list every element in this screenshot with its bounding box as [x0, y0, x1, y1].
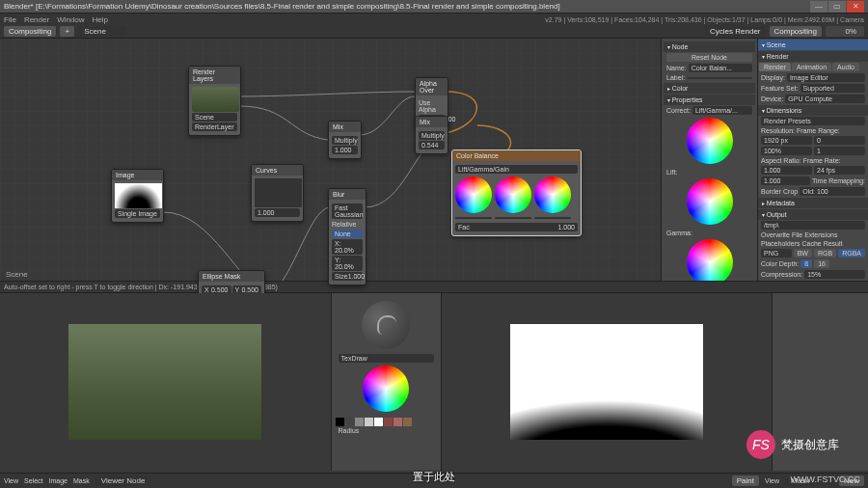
fileext-checkbox[interactable]: File Extensions [792, 231, 837, 238]
node-header: Image [112, 170, 163, 180]
brush-name[interactable]: TexDraw [339, 354, 434, 363]
watermark: FS 梵摄创意库 [746, 430, 839, 459]
paint-tools-panel: TexDraw Radius [331, 293, 442, 471]
panel-properties[interactable]: Properties [664, 95, 755, 105]
info-bar: File Render Window Help v2.79 | Verts:10… [0, 14, 868, 25]
menu-view[interactable]: View [4, 477, 18, 484]
render-engine-dropdown[interactable]: Cycles Render [705, 26, 765, 37]
panel-scene[interactable]: Scene [758, 40, 868, 50]
menu-select[interactable]: Select [24, 477, 42, 484]
aspect-x[interactable]: 1.000 [761, 166, 812, 175]
curve-widget[interactable] [255, 178, 302, 207]
device-field[interactable]: GPU Compute [785, 95, 865, 103]
format-field[interactable]: PNG [761, 249, 792, 258]
layout-dropdown[interactable]: Compositing [4, 26, 56, 37]
res-x[interactable]: 1920 px [761, 136, 812, 145]
image-editor-right[interactable] [442, 293, 773, 471]
gamma-colorwheel[interactable] [495, 176, 531, 220]
menu-file[interactable]: File [4, 15, 16, 24]
aspect-y[interactable]: 1.000 [761, 176, 810, 185]
node-header: Mix [329, 122, 361, 132]
panel-node[interactable]: Node [664, 41, 755, 52]
node-color-balance[interactable]: Color Balance Lift/Gamma/Gain Fac1.000 [451, 149, 582, 236]
reset-node-button[interactable]: Reset Node [666, 53, 752, 62]
node-editor-header: Compositing + Scene Cycles Render Compos… [0, 25, 868, 39]
scene-label: Scene [6, 270, 28, 279]
render-presets[interactable]: Render Presets [761, 117, 865, 125]
radius-label: Radius [339, 427, 360, 434]
brush-preview [362, 301, 410, 349]
window-title: Blender* [E:\Formations\Formation Udemy\… [4, 2, 809, 11]
tab-audio[interactable]: Audio [832, 63, 859, 71]
image-name-field[interactable]: Viewer Node [95, 475, 151, 486]
compression-field[interactable]: 15% [804, 270, 865, 279]
node-header: Color Balance [452, 150, 581, 161]
close-button[interactable]: ✕ [847, 1, 864, 13]
fps-field[interactable]: 24 fps [814, 166, 865, 175]
mode-paint[interactable]: Paint [732, 475, 759, 486]
correct-field[interactable]: Lift/Gamma/... [692, 106, 752, 115]
node-properties-panel: Node Reset Node Name:Color Balan... Labe… [661, 39, 757, 281]
gamma-colorwheel[interactable] [687, 178, 733, 225]
node-header: Blur [329, 189, 366, 200]
node-render-layers[interactable]: Render Layers Scene RenderLayer [188, 66, 241, 136]
cache-checkbox[interactable]: Cache Result [801, 240, 842, 247]
gain-colorwheel[interactable] [687, 239, 733, 281]
scene-field[interactable]: Scene [78, 26, 126, 37]
node-header: Render Layers [189, 67, 240, 84]
panel-color[interactable]: Color [664, 83, 755, 94]
menu-help[interactable]: Help [93, 15, 108, 24]
node-image[interactable]: Image Single Image [111, 169, 164, 223]
panel-render[interactable]: Render [758, 51, 868, 62]
panel-metadata[interactable]: Metadata [758, 198, 868, 208]
minimize-button[interactable]: — [810, 1, 827, 13]
node-header: Ellipse Mask [199, 271, 264, 282]
thumbnail [115, 183, 162, 208]
node-blur[interactable]: Blur Fast Gaussian Relative None X: 20.0… [328, 188, 366, 285]
display-field[interactable]: Image Editor [787, 73, 865, 82]
status-bar: Auto-offset set to right - press T to to… [0, 281, 868, 292]
node-header: Alpha Over [416, 78, 448, 95]
menu-view-2[interactable]: View [765, 477, 779, 484]
name-field[interactable]: Color Balan... [689, 64, 752, 72]
scene-stats: v2.79 | Verts:108,519 | Faces:104,284 | … [545, 16, 864, 23]
tab-render[interactable]: Render [759, 63, 791, 71]
lift-colorwheel[interactable] [455, 176, 492, 220]
menu-window[interactable]: Window [57, 15, 84, 24]
titlebar: Blender* [E:\Formations\Formation Udemy\… [0, 0, 868, 14]
compositing-toggle[interactable]: Compositing [770, 26, 822, 37]
menu-mask[interactable]: Mask [73, 477, 90, 484]
placeholders-checkbox[interactable]: Placeholders [761, 240, 800, 247]
gain-colorwheel[interactable] [534, 176, 571, 220]
node-header: Mix [416, 117, 448, 127]
overwrite-checkbox[interactable]: Overwrite [761, 231, 790, 238]
node-mix-1[interactable]: Mix Multiply 1.000 [328, 121, 362, 159]
panel-output[interactable]: Output [758, 209, 868, 220]
scene-field: Scene [192, 113, 237, 122]
subtitle: 置于此处 [413, 470, 455, 484]
crop-checkbox[interactable]: Crop [783, 188, 798, 195]
menu-render[interactable]: Render [24, 15, 49, 24]
maximize-button[interactable]: ▭ [828, 1, 846, 13]
paint-colorwheel[interactable] [363, 366, 409, 412]
progress-percent: 0% [826, 26, 864, 37]
border-checkbox[interactable]: Border [761, 188, 781, 195]
start-frame[interactable]: 0 [814, 136, 865, 145]
frame-step[interactable]: 1 [814, 147, 865, 155]
panel-dimensions[interactable]: Dimensions [758, 105, 868, 116]
rendered-image [68, 324, 261, 440]
add-layout-button[interactable]: + [60, 26, 74, 37]
node-mix-2[interactable]: Mix Multiply 0.544 [415, 116, 448, 154]
node-editor-area[interactable]: Render Layers Scene RenderLayer Mix Mult… [0, 39, 661, 281]
layer-field: RenderLayer [192, 122, 237, 131]
label-field[interactable] [687, 77, 752, 79]
node-curves[interactable]: Curves 1.000 [251, 164, 304, 222]
color-swatches[interactable] [336, 418, 437, 426]
thumbnail [192, 87, 239, 112]
output-path[interactable]: /tmp\ [761, 221, 865, 230]
image-editor-left[interactable] [0, 293, 331, 471]
menu-image[interactable]: Image [49, 477, 68, 484]
tab-animation[interactable]: Animation [792, 63, 831, 71]
lift-colorwheel[interactable] [687, 118, 733, 164]
featureset-field[interactable]: Supported [800, 84, 865, 93]
